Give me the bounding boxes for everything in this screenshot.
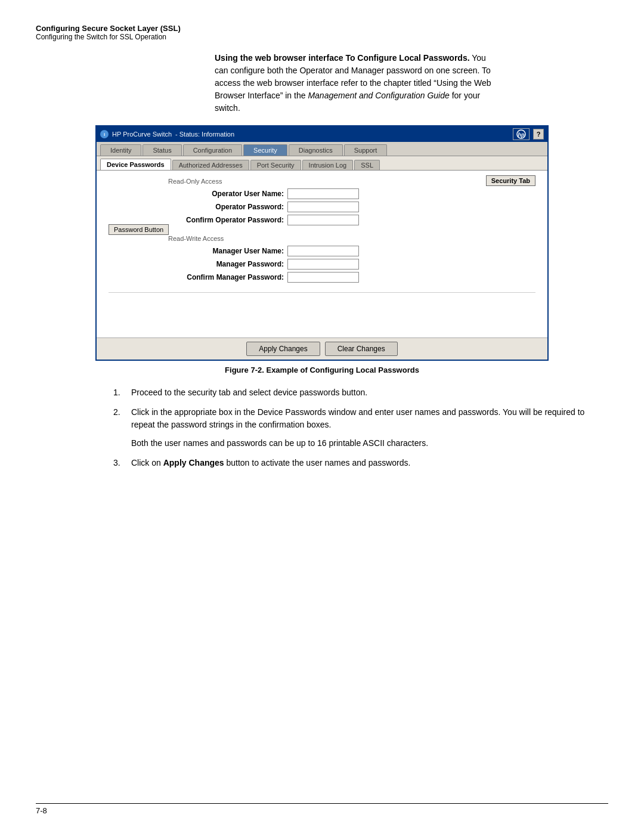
step-3: 3. Click on Apply Changes button to acti… <box>113 457 608 469</box>
status-text: - Status: Information <box>175 131 234 138</box>
step-1: 1. Proceed to the security tab and selec… <box>113 386 608 399</box>
nav-tab-diagnostics[interactable]: Diagnostics <box>289 144 343 156</box>
info-icon: i <box>100 130 109 138</box>
intro-italic: Management and Configuration Guide <box>308 91 449 100</box>
page-number: 7-8 <box>36 806 47 815</box>
readwrite-section-label: Read-Write Access <box>168 235 535 242</box>
confirm-manager-password-input[interactable] <box>287 272 359 283</box>
sub-tab-port-security[interactable]: Port Security <box>250 160 301 170</box>
operator-password-input[interactable] <box>287 202 359 212</box>
manager-username-label: Manager User Name: <box>168 247 287 255</box>
switch-ui: i HP ProCurve Switch - Status: Informati… <box>95 125 549 361</box>
confirm-operator-password-label: Confirm Operator Password: <box>168 216 287 224</box>
sub-tab-ssl[interactable]: SSL <box>354 160 380 170</box>
step-3-text: Click on Apply Changes button to activat… <box>131 457 410 469</box>
manager-password-label: Manager Password: <box>168 260 287 268</box>
help-button[interactable]: ? <box>533 129 544 140</box>
nav-tab-status[interactable]: Status <box>143 144 181 156</box>
titlebar-right: hp ? <box>513 128 544 140</box>
form-row-confirm-manager-password: Confirm Manager Password: <box>168 272 535 283</box>
operator-username-label: Operator User Name: <box>168 190 287 198</box>
page-footer: 7-8 <box>36 803 608 815</box>
operator-password-label: Operator Password: <box>168 203 287 211</box>
svg-text:hp: hp <box>518 132 525 138</box>
step-3-bold: Apply Changes <box>163 458 224 467</box>
form-row-operator-password: Operator Password: <box>168 202 535 212</box>
steps-list: 1. Proceed to the security tab and selec… <box>113 386 608 469</box>
nav-bar: Identity Status Configuration Security D… <box>97 142 547 156</box>
step-2-number: 2. <box>113 406 125 431</box>
readonly-section-label: Read-Only Access <box>168 178 535 185</box>
form-row-operator-username: Operator User Name: <box>168 188 535 199</box>
clear-changes-button[interactable]: Clear Changes <box>325 342 398 356</box>
apply-changes-button[interactable]: Apply Changes <box>246 342 320 356</box>
confirm-manager-password-label: Confirm Manager Password: <box>168 273 287 281</box>
content-area: Security Tab Password Button Read-Only A… <box>97 171 547 337</box>
password-button-callout: Password Button <box>109 224 169 235</box>
nav-tab-security[interactable]: Security <box>243 144 287 156</box>
sub-tab-intrusion-log[interactable]: Intrusion Log <box>302 160 354 170</box>
button-bar: Apply Changes Clear Changes <box>97 337 547 360</box>
intro-bold: Using the web browser interface To Confi… <box>215 53 470 63</box>
divider <box>109 292 535 293</box>
intro-paragraph: Using the web browser interface To Confi… <box>143 52 501 114</box>
nav-tab-identity[interactable]: Identity <box>100 144 141 156</box>
security-tab-callout: Security Tab <box>486 175 535 186</box>
operator-username-input[interactable] <box>287 188 359 199</box>
step-1-number: 1. <box>113 386 125 399</box>
readonly-form: Operator User Name: Operator Password: C… <box>168 188 535 225</box>
figure-caption: Figure 7-2. Example of Configuring Local… <box>36 366 608 374</box>
step-2: 2. Click in the appropriate box in the D… <box>113 406 608 450</box>
section-title: Configuring Secure Socket Layer (SSL) <box>36 24 608 33</box>
manager-password-input[interactable] <box>287 259 359 270</box>
form-row-confirm-operator-password: Confirm Operator Password: <box>168 215 535 225</box>
app-name: HP ProCurve Switch <box>112 131 172 138</box>
form-row-manager-username: Manager User Name: <box>168 246 535 256</box>
doc-header: Configuring Secure Socket Layer (SSL) Co… <box>36 24 608 41</box>
switch-titlebar: i HP ProCurve Switch - Status: Informati… <box>97 126 547 142</box>
step-1-text: Proceed to the security tab and select d… <box>131 386 367 399</box>
confirm-operator-password-input[interactable] <box>287 215 359 225</box>
step-3-number: 3. <box>113 457 125 469</box>
titlebar-left: i HP ProCurve Switch - Status: Informati… <box>100 130 234 138</box>
step-2-subpara: Both the user names and passwords can be… <box>131 438 428 448</box>
manager-username-input[interactable] <box>287 246 359 256</box>
nav-tab-support[interactable]: Support <box>344 144 388 156</box>
sub-tab-device-passwords[interactable]: Device Passwords <box>100 159 171 170</box>
sub-tab-bar: Device Passwords Authorized Addresses Po… <box>97 156 547 171</box>
hp-logo: hp <box>513 128 530 140</box>
step-2-text: Click in the appropriate box in the Devi… <box>131 406 608 431</box>
readwrite-form: Manager User Name: Manager Password: Con… <box>168 246 535 283</box>
form-row-manager-password: Manager Password: <box>168 259 535 270</box>
sub-tab-authorized-addresses[interactable]: Authorized Addresses <box>172 160 249 170</box>
nav-tab-configuration[interactable]: Configuration <box>183 144 242 156</box>
section-subtitle: Configuring the Switch for SSL Operation <box>36 33 608 41</box>
